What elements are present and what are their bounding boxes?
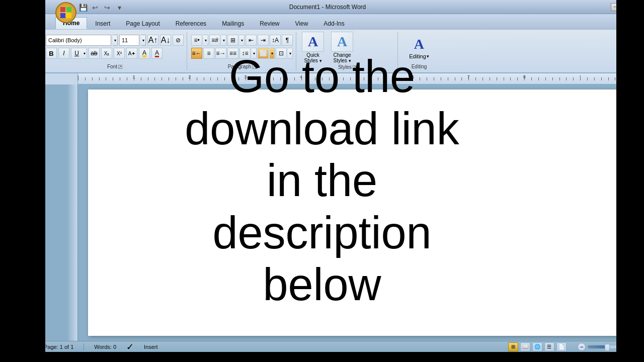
- align-right-button[interactable]: ≡→: [215, 48, 226, 59]
- draft-view-button[interactable]: 📄: [556, 342, 567, 351]
- vertical-ruler: [67, 84, 78, 341]
- document-page[interactable]: [88, 89, 626, 336]
- svg-rect-0: [60, 7, 65, 12]
- editing-label: Editing: [409, 53, 426, 59]
- styles-content: A QuickStyles ▾ A ChangeStyles ▾: [300, 32, 394, 63]
- para-row2: ≡← ≡ ≡→ ≡≡ ↕≡ ▾ ⬜ ▾ ⊡ ▾: [191, 48, 293, 59]
- justify-button[interactable]: ≡≡: [227, 48, 238, 59]
- change-styles-label: ChangeStyles ▾: [333, 52, 351, 63]
- strikethrough-button[interactable]: ab: [89, 48, 100, 59]
- multilevel-dropdown[interactable]: ▾: [239, 35, 245, 46]
- tab-page-layout[interactable]: Page Layout: [118, 17, 167, 29]
- editing-icon: A: [410, 35, 428, 53]
- para-row1: ≡• ▾ ≡# ▾ ⊞ ▾ ⇤ ⇥ ↕A ¶: [191, 35, 293, 46]
- subscript-button[interactable]: X₂: [101, 48, 112, 59]
- numbering-button[interactable]: ≡#: [209, 35, 220, 46]
- font-size-input[interactable]: [119, 35, 139, 46]
- undo-button[interactable]: ↩: [90, 3, 100, 13]
- sort-button[interactable]: ↕A: [270, 35, 281, 46]
- increase-indent-button[interactable]: ⇥: [258, 35, 269, 46]
- paragraph-label: Paragraph ↗: [191, 63, 293, 70]
- print-layout-button[interactable]: ⊞: [508, 342, 518, 351]
- ribbon-tab-bar: Home Insert Page Layout References Maili…: [0, 14, 644, 29]
- document-container[interactable]: [78, 84, 636, 341]
- font-label: Font ↗: [46, 63, 184, 70]
- svg-rect-2: [60, 13, 65, 18]
- tab-insert[interactable]: Insert: [88, 17, 118, 29]
- tab-view[interactable]: View: [288, 17, 316, 29]
- numbering-dropdown[interactable]: ▾: [221, 35, 226, 46]
- font-expand-icon[interactable]: ↗: [118, 65, 122, 69]
- show-formatting-button[interactable]: ¶: [282, 35, 293, 46]
- tab-review[interactable]: Review: [252, 17, 287, 29]
- multilevel-list-button[interactable]: ⊞: [227, 35, 238, 46]
- quick-styles-icon: A: [302, 32, 324, 52]
- styles-label: Styles ↗: [300, 63, 394, 71]
- align-center-button[interactable]: ≡: [203, 48, 214, 59]
- shading-dropdown[interactable]: ▾: [270, 48, 275, 59]
- decrease-indent-button[interactable]: ⇤: [246, 35, 257, 46]
- paragraph-expand-icon[interactable]: ↗: [252, 65, 256, 69]
- proofing-icon[interactable]: ✓: [126, 341, 134, 352]
- borders-button[interactable]: ⊡: [276, 48, 287, 59]
- full-reading-button[interactable]: 📖: [520, 342, 530, 351]
- shrink-font-button[interactable]: A↓: [160, 35, 171, 46]
- pages-status: Page: 1 of 1: [44, 344, 73, 350]
- redo-button[interactable]: ↪: [102, 3, 112, 13]
- quick-access-toolbar: 💾 ↩ ↪ ▾: [78, 2, 124, 13]
- superscript-button[interactable]: X²: [114, 48, 125, 59]
- borders-dropdown[interactable]: ▾: [288, 48, 293, 59]
- quick-styles-label: QuickStyles ▾: [304, 52, 321, 63]
- zoom-bar[interactable]: [587, 345, 617, 349]
- zoom-handle[interactable]: [605, 344, 610, 351]
- shading-button[interactable]: ⬜: [258, 48, 269, 59]
- font-name-input[interactable]: [46, 35, 111, 46]
- editing-group-label: Editing: [402, 63, 436, 70]
- change-styles-icon: A: [331, 32, 353, 52]
- main-area: ▲ ▼: [0, 84, 644, 341]
- tab-references[interactable]: References: [168, 17, 214, 29]
- input-mode-status: Insert: [144, 344, 158, 350]
- horizontal-ruler: 12345678: [78, 73, 636, 84]
- align-left-button[interactable]: ≡←: [191, 48, 202, 59]
- web-layout-button[interactable]: 🌐: [532, 342, 542, 351]
- line-spacing-button[interactable]: ↕≡: [239, 48, 251, 59]
- italic-button[interactable]: I: [58, 48, 69, 59]
- editing-dropdown[interactable]: ▾: [427, 54, 429, 59]
- grow-font-button[interactable]: A↑: [147, 35, 158, 46]
- status-sep2: [84, 343, 84, 350]
- quick-access-dropdown[interactable]: ▾: [114, 3, 124, 13]
- underline-button[interactable]: U: [71, 48, 82, 59]
- office-button[interactable]: [55, 2, 76, 23]
- ribbon-content: 📋 Paste ▾ ✂ ⧉ 🖌 Clipboard ↗: [0, 29, 644, 72]
- bullets-button[interactable]: ≡•: [191, 35, 202, 46]
- outline-view-button[interactable]: ☰: [544, 342, 554, 351]
- clear-format-button[interactable]: ⊘: [173, 35, 184, 46]
- svg-rect-3: [66, 13, 71, 18]
- font-color-button[interactable]: A: [151, 48, 163, 59]
- bullets-dropdown[interactable]: ▾: [203, 35, 208, 46]
- save-quick-button[interactable]: 💾: [78, 3, 88, 13]
- underline-dropdown-icon[interactable]: ▾: [82, 48, 87, 59]
- zoom-bar-fill: [588, 345, 605, 348]
- document-window: L 12345678 ▲: [0, 73, 644, 352]
- bold-button[interactable]: B: [46, 48, 57, 59]
- editing-button[interactable]: A Editing ▾: [409, 35, 429, 59]
- text-effects-button[interactable]: A✦: [126, 48, 137, 59]
- quick-styles-button[interactable]: A QuickStyles ▾: [300, 32, 326, 63]
- font-size-dropdown-icon[interactable]: ▾: [141, 35, 146, 46]
- font-name-dropdown-icon[interactable]: ▾: [113, 35, 118, 46]
- tab-addins[interactable]: Add-Ins: [316, 17, 352, 29]
- change-styles-button[interactable]: A ChangeStyles ▾: [330, 32, 355, 63]
- font-row2: B I U ▾ ab X₂ X² A✦ A A: [46, 48, 184, 59]
- zoom-out-button[interactable]: −: [578, 343, 586, 351]
- words-status: Words: 0: [94, 344, 116, 350]
- tab-mailings[interactable]: Mailings: [214, 17, 252, 29]
- font-group: ▾ ▾ A↑ A↓ ⊘ B I U ▾ ab X₂ X²: [43, 32, 187, 70]
- line-spacing-dropdown[interactable]: ▾: [252, 48, 257, 59]
- ribbon: Home Insert Page Layout References Maili…: [0, 14, 644, 73]
- svg-rect-1: [66, 7, 71, 12]
- highlight-button[interactable]: A: [139, 48, 150, 59]
- styles-expand-icon[interactable]: ↗: [353, 65, 357, 69]
- black-bar-right: [616, 0, 644, 362]
